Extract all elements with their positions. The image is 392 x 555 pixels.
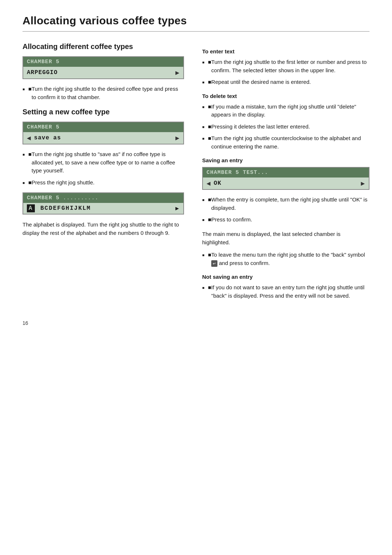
bullet-text: Press to confirm. xyxy=(211,216,252,224)
section1-bullets: ■ Turn the right jog shuttle to the desi… xyxy=(23,85,184,101)
bullet-text: If you made a mistake, turn the right jo… xyxy=(211,103,369,119)
bullet-icon: ■ xyxy=(208,196,211,204)
lcd1-bottom-row: ARPEGGIO ▶ xyxy=(23,67,183,78)
lcd4-arrow-left: ◀ xyxy=(207,179,211,187)
lcd2-bottom-row: ◀ save as ▶ xyxy=(23,132,183,144)
bullet-text: Turn the right jog shuttle counterclockw… xyxy=(211,134,369,151)
bullet-text: Turn the right jog shuttle to the first … xyxy=(211,58,369,74)
lcd3-top-row: CHAMBER 5 .......... xyxy=(23,193,183,203)
bullet-icon: ■ xyxy=(208,58,211,66)
section1-heading: Allocating different coffee types xyxy=(23,42,184,51)
list-item: ■ Turn the right jog shuttle countercloc… xyxy=(202,134,369,151)
saving-body-text: The main menu is displayed, the last sel… xyxy=(202,230,369,247)
lcd4-arrow-right: ▶ xyxy=(361,179,365,187)
lcd4-bottom-content: ◀ OK xyxy=(207,179,221,187)
list-item: ■ Turn the right jog shuttle to "save as… xyxy=(23,150,184,175)
lcd2-top-row: CHAMBER 5 xyxy=(23,122,183,132)
list-item: ■ Repeat until the desired name is enter… xyxy=(202,78,369,86)
lcd2-arrow-left: ◀ xyxy=(27,134,31,142)
list-item: ■ To leave the menu turn the right jog s… xyxy=(202,251,369,267)
lcd4-bottom-text: OK xyxy=(214,180,221,187)
bullet-icon: ■ xyxy=(208,78,211,86)
bullet-icon: ■ xyxy=(208,216,211,224)
lcd-display-3: CHAMBER 5 .......... A BCDEFGHIJKLM ▶ xyxy=(23,192,184,215)
subsection2-heading: To delete text xyxy=(202,93,369,99)
lcd3-top-text: CHAMBER 5 .......... xyxy=(27,195,99,201)
lcd3-rest-letters: BCDEFGHIJKLM xyxy=(36,205,91,212)
lcd4-bottom-row: ◀ OK ▶ xyxy=(203,177,369,189)
lcd4-top-row: CHAMBER 5 TEST... xyxy=(203,168,369,177)
list-item: ■ Press to confirm. xyxy=(202,216,369,224)
back-symbol-icon: ↵ xyxy=(211,260,217,267)
subsection4-bullets: ■ If you do not want to save an entry tu… xyxy=(202,283,369,300)
lcd2-arrow-right: ▶ xyxy=(175,134,180,142)
subsection1-bullets: ■ Turn the right jog shuttle to the firs… xyxy=(202,58,369,86)
lcd-display-1: CHAMBER 5 ARPEGGIO ▶ xyxy=(23,56,184,79)
bullet-icon: ■ xyxy=(28,150,32,159)
bullet-icon: ■ xyxy=(28,179,32,187)
lcd1-arrow-right: ▶ xyxy=(175,69,180,77)
lcd1-bottom-text: ARPEGGIO xyxy=(27,69,58,76)
bullet-text: Pressing it deletes the last letter ente… xyxy=(211,123,310,131)
subsection4-heading: Not saving an entry xyxy=(202,274,369,280)
left-column: Allocating different coffee types CHAMBE… xyxy=(23,42,184,306)
lcd-display-2: CHAMBER 5 ◀ save as ▶ xyxy=(23,122,184,144)
list-item: ■ Press the right jog shuttle. xyxy=(23,179,184,187)
two-column-layout: Allocating different coffee types CHAMBE… xyxy=(23,42,369,306)
bullet-text: Repeat until the desired name is entered… xyxy=(211,78,311,86)
subsection3-bullets: ■ When the entry is complete, turn the r… xyxy=(202,196,369,224)
section2-heading: Setting a new coffee type xyxy=(23,107,184,117)
lcd1-top-row: CHAMBER 5 xyxy=(23,57,183,67)
bullet-icon: ■ xyxy=(208,134,211,143)
right-column: To enter text ■ Turn the right jog shutt… xyxy=(202,42,369,306)
list-item: ■ Turn the right jog shuttle to the firs… xyxy=(202,58,369,74)
list-item: ■ If you made a mistake, turn the right … xyxy=(202,103,369,119)
bullet-icon: ■ xyxy=(208,123,211,131)
list-item: ■ If you do not want to save an entry tu… xyxy=(202,283,369,300)
lcd-display-4: CHAMBER 5 TEST... ◀ OK ▶ xyxy=(202,167,369,190)
lcd2-bottom-text: save as xyxy=(34,135,61,141)
list-item: ■ When the entry is complete, turn the r… xyxy=(202,196,369,212)
page-number: 16 xyxy=(23,320,369,326)
subsection3-heading: Saving an entry xyxy=(202,157,369,163)
page-title: Allocating various coffee types xyxy=(23,15,369,27)
bullet-text: Turn the right jog shuttle to the desire… xyxy=(32,85,184,101)
section2-body: The alphabet is displayed. Turn the righ… xyxy=(23,220,184,237)
bullet-text: Press the right jog shuttle. xyxy=(32,179,94,187)
title-divider xyxy=(23,31,369,32)
bullet-icon: ■ xyxy=(208,103,211,111)
list-item: ■ Turn the right jog shuttle to the desi… xyxy=(23,85,184,101)
bullet-icon: ■ xyxy=(28,85,32,93)
lcd3-alphabet-row: A BCDEFGHIJKLM ▶ xyxy=(23,203,183,214)
bullet-icon: ■ xyxy=(208,251,211,259)
subsection3-extra-bullets: ■ To leave the menu turn the right jog s… xyxy=(202,251,369,267)
list-item: ■ Pressing it deletes the last letter en… xyxy=(202,123,369,131)
lcd3-alphabet-content: A BCDEFGHIJKLM xyxy=(27,205,91,212)
section2-bullets: ■ Turn the right jog shuttle to "save as… xyxy=(23,150,184,187)
subsection1-heading: To enter text xyxy=(202,48,369,54)
lcd3-dots: .......... xyxy=(63,195,99,201)
lcd3-selected-letter: A xyxy=(27,204,35,212)
lcd3-arrow-right: ▶ xyxy=(175,205,180,212)
bullet-text: When the entry is complete, turn the rig… xyxy=(211,196,369,212)
bullet-text: If you do not want to save an entry turn… xyxy=(211,283,369,300)
bullet-text: Turn the right jog shuttle to "save as" … xyxy=(32,150,184,175)
subsection2-bullets: ■ If you made a mistake, turn the right … xyxy=(202,103,369,151)
bullet-icon: ■ xyxy=(208,283,211,292)
bullet-text: To leave the menu turn the right jog shu… xyxy=(211,251,369,267)
lcd2-bottom-content: ◀ save as xyxy=(27,134,61,142)
